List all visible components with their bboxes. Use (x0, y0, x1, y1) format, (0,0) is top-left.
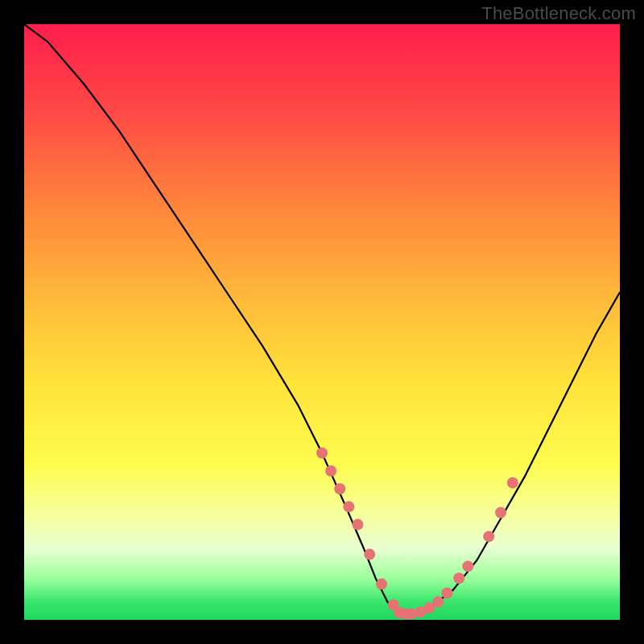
chart-svg (24, 24, 620, 620)
watermark-text: TheBottleneck.com (481, 3, 636, 24)
marker-point (352, 519, 363, 530)
highlight-points (316, 448, 518, 620)
marker-point (462, 560, 473, 572)
marker-point (334, 483, 345, 494)
marker-point (495, 507, 506, 518)
marker-point (343, 501, 354, 512)
marker-point (441, 588, 452, 599)
marker-point (325, 465, 336, 477)
marker-point (376, 579, 387, 590)
marker-point (364, 549, 375, 560)
marker-point (316, 448, 328, 459)
chart-frame: TheBottleneck.com (0, 0, 644, 644)
marker-point (507, 477, 518, 489)
marker-point (453, 572, 464, 584)
bottleneck-curve (24, 24, 620, 614)
marker-point (432, 597, 444, 608)
plot-area (24, 24, 620, 620)
marker-point (483, 530, 494, 542)
